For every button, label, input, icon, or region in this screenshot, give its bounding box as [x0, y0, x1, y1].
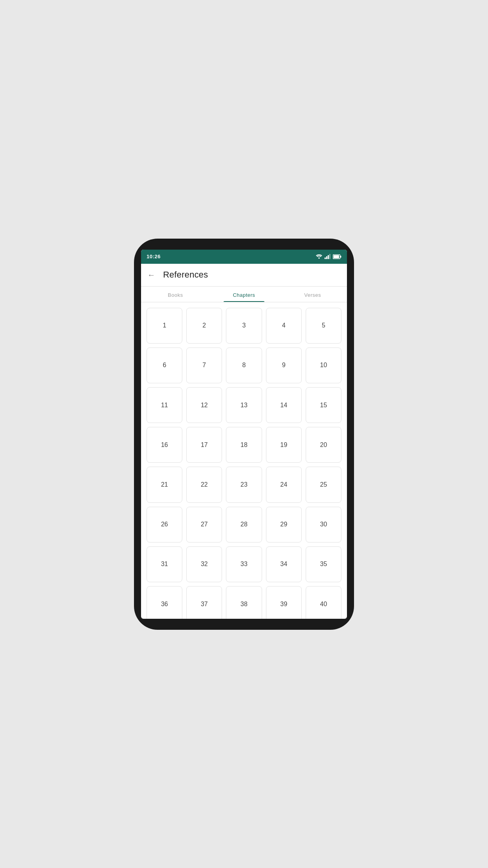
- chapter-btn-10[interactable]: 10: [306, 348, 341, 383]
- chapter-btn-38[interactable]: 38: [226, 586, 262, 619]
- chapter-btn-27[interactable]: 27: [186, 507, 222, 542]
- status-bar: 10:26: [141, 250, 347, 264]
- chapter-btn-4[interactable]: 4: [266, 308, 302, 344]
- chapter-btn-1[interactable]: 1: [147, 308, 182, 344]
- chapter-btn-12[interactable]: 12: [186, 387, 222, 423]
- chapter-btn-7[interactable]: 7: [186, 348, 222, 383]
- svg-rect-5: [334, 255, 339, 258]
- chapter-btn-35[interactable]: 35: [306, 546, 341, 582]
- signal-icon: [325, 254, 331, 259]
- chapter-btn-39[interactable]: 39: [266, 586, 302, 619]
- chapter-btn-11[interactable]: 11: [147, 387, 182, 423]
- svg-rect-1: [326, 256, 327, 259]
- chapter-grid-container: 1234567891011121314151617181920212223242…: [147, 308, 341, 619]
- chapter-btn-26[interactable]: 26: [147, 507, 182, 542]
- status-time: 10:26: [147, 254, 161, 259]
- chapter-btn-23[interactable]: 23: [226, 467, 262, 502]
- chapter-btn-34[interactable]: 34: [266, 546, 302, 582]
- svg-rect-0: [325, 257, 326, 259]
- chapter-btn-21[interactable]: 21: [147, 467, 182, 502]
- svg-rect-3: [329, 254, 330, 259]
- phone-screen: 10:26: [141, 250, 347, 619]
- chapter-btn-17[interactable]: 17: [186, 427, 222, 463]
- chapter-btn-3[interactable]: 3: [226, 308, 262, 344]
- phone-shell: 10:26: [134, 239, 354, 630]
- chapter-btn-18[interactable]: 18: [226, 427, 262, 463]
- chapter-btn-6[interactable]: 6: [147, 348, 182, 383]
- chapter-btn-36[interactable]: 36: [147, 586, 182, 619]
- chapter-btn-25[interactable]: 25: [306, 467, 341, 502]
- chapter-btn-33[interactable]: 33: [226, 546, 262, 582]
- chapter-btn-32[interactable]: 32: [186, 546, 222, 582]
- app-bar: ← References: [141, 264, 347, 287]
- battery-icon: [333, 254, 341, 259]
- chapter-btn-30[interactable]: 30: [306, 507, 341, 542]
- chapter-btn-40[interactable]: 40: [306, 586, 341, 619]
- chapter-btn-37[interactable]: 37: [186, 586, 222, 619]
- tab-bar: Books Chapters Verses: [141, 287, 347, 302]
- chapter-btn-15[interactable]: 15: [306, 387, 341, 423]
- chapter-btn-9[interactable]: 9: [266, 348, 302, 383]
- chapter-btn-5[interactable]: 5: [306, 308, 341, 344]
- svg-rect-6: [340, 256, 341, 257]
- back-button[interactable]: ←: [147, 271, 155, 279]
- chapter-btn-14[interactable]: 14: [266, 387, 302, 423]
- chapter-grid: 1234567891011121314151617181920212223242…: [141, 302, 347, 619]
- wifi-icon: [316, 254, 323, 259]
- chapter-btn-20[interactable]: 20: [306, 427, 341, 463]
- page-title: References: [163, 270, 208, 280]
- chapter-btn-13[interactable]: 13: [226, 387, 262, 423]
- chapter-btn-16[interactable]: 16: [147, 427, 182, 463]
- chapter-btn-19[interactable]: 19: [266, 427, 302, 463]
- chapter-btn-8[interactable]: 8: [226, 348, 262, 383]
- tab-books[interactable]: Books: [141, 287, 210, 302]
- chapter-btn-31[interactable]: 31: [147, 546, 182, 582]
- chapter-btn-28[interactable]: 28: [226, 507, 262, 542]
- chapter-btn-22[interactable]: 22: [186, 467, 222, 502]
- svg-rect-2: [328, 255, 329, 259]
- status-icons: [316, 254, 341, 259]
- chapter-btn-29[interactable]: 29: [266, 507, 302, 542]
- tab-chapters[interactable]: Chapters: [210, 287, 279, 302]
- tab-verses[interactable]: Verses: [278, 287, 347, 302]
- chapter-btn-24[interactable]: 24: [266, 467, 302, 502]
- chapter-btn-2[interactable]: 2: [186, 308, 222, 344]
